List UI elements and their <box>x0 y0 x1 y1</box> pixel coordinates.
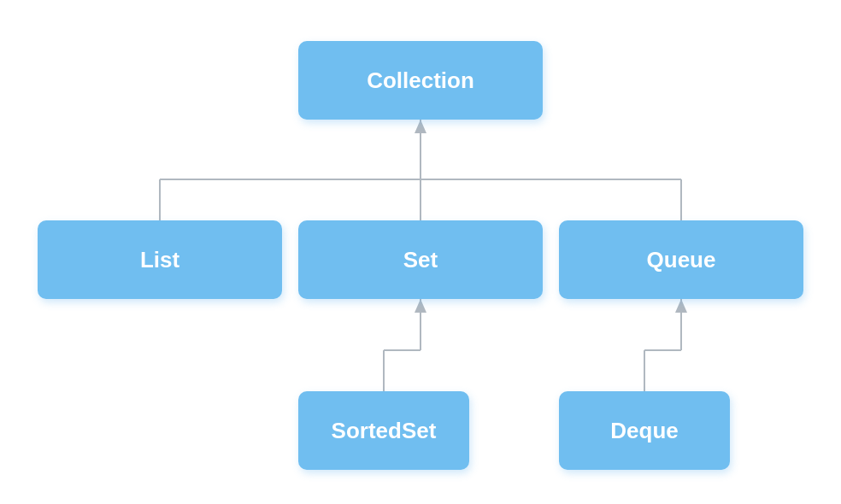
svg-marker-5 <box>415 120 426 133</box>
svg-marker-9 <box>415 299 426 313</box>
node-set: Set <box>298 220 543 299</box>
svg-marker-13 <box>675 299 687 313</box>
diagram-container: Collection List Set Queue SortedSet Dequ… <box>0 0 841 504</box>
node-deque: Deque <box>559 391 730 470</box>
node-list-label: List <box>140 247 179 273</box>
node-collection: Collection <box>298 41 543 120</box>
node-sortedset-label: SortedSet <box>332 418 437 444</box>
node-collection-label: Collection <box>367 67 474 94</box>
node-queue: Queue <box>559 220 803 299</box>
node-deque-label: Deque <box>610 418 678 444</box>
node-list: List <box>38 220 282 299</box>
node-queue-label: Queue <box>647 247 716 273</box>
node-sortedset: SortedSet <box>298 391 469 470</box>
node-set-label: Set <box>403 247 438 273</box>
